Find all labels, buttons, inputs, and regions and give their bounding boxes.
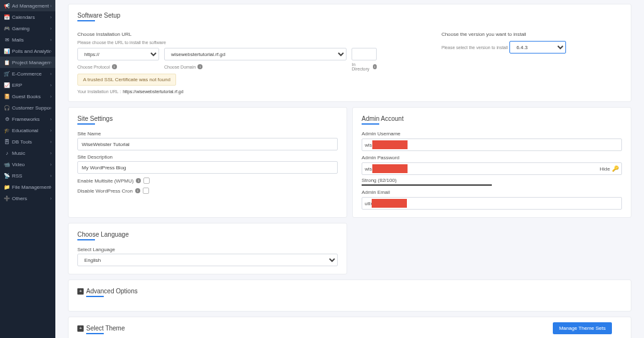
admin-email-label: Admin Email (362, 189, 622, 195)
domain-select[interactable]: wisewebstertutorial.rf.gd (164, 48, 347, 60)
erp-icon: 📈 (4, 82, 10, 88)
sidebar-item-label: RSS (12, 173, 50, 179)
chevron-right-icon: › (50, 15, 52, 20)
select-theme-title: Select Theme (86, 325, 125, 332)
music-icon: ♪ (4, 150, 10, 156)
chevron-right-icon: › (50, 196, 52, 201)
title-underline (77, 20, 95, 21)
rss-icon: 📡 (4, 172, 10, 179)
sidebar-item-label: Polls and Analytics (12, 48, 50, 54)
sidebar-item-video[interactable]: 📹Video› (0, 159, 55, 170)
admin-password-input[interactable]: wis Hide🔑 (362, 162, 622, 175)
protocol-select[interactable]: https:// (77, 48, 159, 60)
advanced-options-card[interactable]: + Advanced Options (68, 279, 631, 312)
select-theme-card[interactable]: + Select Theme Manage Theme Sets (68, 317, 631, 338)
redacted-block (372, 140, 408, 149)
chevron-right-icon: › (50, 26, 52, 31)
sidebar-item-mails[interactable]: ✉Mails› (0, 34, 55, 45)
sidebar-item-erp[interactable]: 📈ERP› (0, 79, 55, 91)
multisite-row: Enable Multisite (WPMU)i (77, 177, 338, 184)
chart-icon: 📊 (4, 48, 10, 54)
version-select[interactable]: 6.4.3 (509, 41, 566, 54)
book-icon: 📔 (4, 93, 10, 99)
sidebar-item-gaming[interactable]: 🎮Gaming› (0, 23, 55, 34)
title-underline (86, 333, 104, 334)
chevron-right-icon: › (50, 49, 52, 54)
sidebar-item-ecommerce[interactable]: 🛒E-Commerce› (0, 68, 55, 79)
software-setup-card: Software Setup Choose Installation URL P… (68, 4, 631, 102)
plus-icon: ➕ (4, 195, 10, 201)
video-icon: 📹 (4, 161, 10, 167)
sidebar-item-file-management[interactable]: 📁File Management› (0, 181, 55, 193)
sidebar-item-db-tools[interactable]: 🗄DB Tools› (0, 136, 55, 147)
multisite-checkbox[interactable] (143, 177, 150, 184)
sidebar-item-project-management[interactable]: 📋Project Management› (0, 57, 55, 68)
chevron-right-icon: › (50, 185, 52, 189)
gamepad-icon: 🎮 (4, 25, 10, 31)
sidebar-item-polls[interactable]: 📊Polls and Analytics› (0, 45, 55, 57)
admin-username-input[interactable]: wis (362, 138, 622, 151)
manage-theme-sets-button[interactable]: Manage Theme Sets (553, 322, 612, 334)
info-icon: i (112, 64, 117, 69)
chevron-right-icon: › (50, 140, 52, 144)
redacted-block (372, 164, 408, 173)
sidebar-item-label: Calendars (12, 14, 50, 20)
mail-icon: ✉ (4, 37, 10, 43)
megaphone-icon: 📢 (4, 3, 10, 9)
info-icon: i (136, 178, 141, 183)
sidebar-item-label: Music (12, 150, 50, 156)
install-url-sublabel: Please choose the URL to install the sof… (77, 40, 166, 45)
protocol-note: Choose Protocoli (77, 62, 159, 71)
title-underline (362, 123, 379, 125)
sidebar-item-rss[interactable]: 📡RSS› (0, 170, 55, 181)
chevron-right-icon: › (50, 128, 52, 133)
sidebar-item-label: ERP (12, 82, 50, 88)
sidebar: 📢Ad Management› 📅Calendars› 🎮Gaming› ✉Ma… (0, 0, 55, 338)
folder-icon: 📁 (4, 184, 10, 190)
version-sublabel: Please select the version to install (441, 45, 508, 50)
admin-username-label: Admin Username (362, 131, 622, 137)
site-description-label: Site Description (77, 154, 338, 160)
key-icon: 🔑 (612, 166, 619, 172)
sidebar-item-ad-management[interactable]: 📢Ad Management› (0, 0, 55, 11)
language-label: Select Language (77, 247, 338, 252)
expand-icon: + (77, 325, 84, 332)
advanced-options-title: Advanced Options (86, 288, 138, 295)
info-icon: i (135, 188, 140, 193)
sidebar-item-calendars[interactable]: 📅Calendars› (0, 11, 55, 23)
chevron-right-icon: › (50, 117, 52, 121)
ssl-warning: A trusted SSL Certificate was not found (77, 74, 176, 86)
directory-input[interactable] (352, 48, 377, 60)
title-underline (77, 123, 95, 125)
sidebar-item-customer-support[interactable]: 🎧Customer Support› (0, 102, 55, 113)
disable-cron-checkbox[interactable] (143, 188, 149, 194)
sidebar-item-label: Educational (12, 128, 50, 133)
admin-email-input[interactable]: utb (362, 197, 622, 210)
sidebar-item-guest-books[interactable]: 📔Guest Books› (0, 91, 55, 102)
sidebar-item-music[interactable]: ♪Music› (0, 147, 55, 159)
main-content: Quick Install Software Setup Choose Inst… (55, 0, 644, 338)
chevron-right-icon: › (50, 174, 52, 178)
sidebar-item-label: Customer Support (12, 105, 50, 111)
database-icon: 🗄 (4, 138, 10, 145)
chevron-right-icon: › (50, 162, 52, 167)
title-underline (77, 239, 95, 240)
chevron-right-icon: › (50, 60, 52, 65)
sidebar-item-others[interactable]: ➕Others› (0, 193, 55, 204)
site-name-input[interactable] (77, 138, 338, 150)
password-strength-bar (362, 184, 492, 186)
sidebar-item-label: Gaming (12, 26, 50, 31)
sidebar-item-frameworks[interactable]: ⚙Frameworks› (0, 113, 55, 125)
software-setup-title: Software Setup (77, 12, 622, 19)
sidebar-item-label: Video (12, 162, 50, 167)
language-select[interactable]: English (77, 254, 338, 266)
site-description-input[interactable] (77, 161, 338, 174)
sidebar-item-educational[interactable]: 🎓Educational› (0, 125, 55, 136)
hide-password-link[interactable]: Hide🔑 (600, 166, 619, 172)
headset-icon: 🎧 (4, 104, 10, 111)
chevron-right-icon: › (50, 38, 52, 42)
chevron-right-icon: › (50, 106, 52, 110)
admin-password-label: Admin Password (362, 155, 622, 161)
directory-note: In Directoryi (352, 62, 377, 71)
domain-note: Choose Domaini (164, 62, 347, 71)
